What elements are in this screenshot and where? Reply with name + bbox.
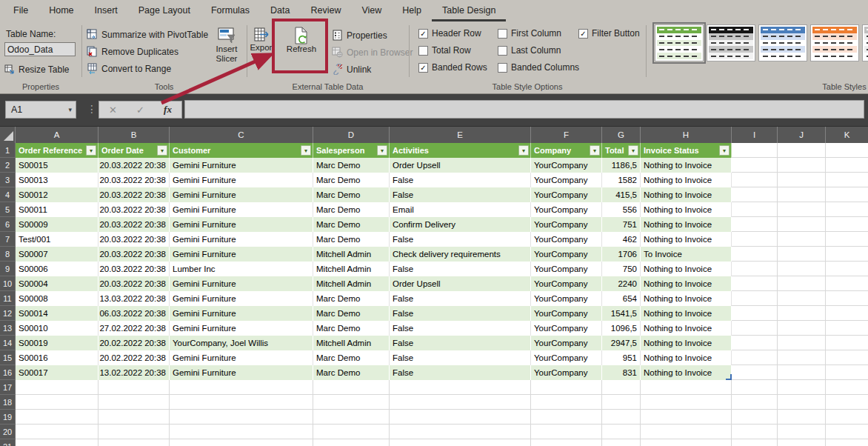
checkbox-filter-button[interactable]: Filter Button <box>578 28 640 39</box>
cell[interactable]: 1582 <box>602 173 641 187</box>
cell[interactable] <box>732 380 778 395</box>
filter-button[interactable]: ▾ <box>518 145 529 156</box>
cell[interactable]: 20.03.2022 20:38 <box>99 173 170 187</box>
cell[interactable] <box>732 336 778 350</box>
cell[interactable]: Nothing to Invoice <box>641 350 732 365</box>
column-header-E[interactable]: E <box>390 127 531 143</box>
cell[interactable]: Marc Demo <box>313 187 390 202</box>
cell[interactable] <box>641 380 732 395</box>
table-column-header[interactable]: Invoice Status▾ <box>641 143 732 158</box>
table-style-black-swatch[interactable] <box>707 24 755 61</box>
cell[interactable]: YourCompany, Joel Willis <box>170 336 313 350</box>
cell[interactable] <box>732 187 778 202</box>
cell[interactable] <box>826 410 868 425</box>
cell[interactable]: Marc Demo <box>313 291 390 306</box>
cell[interactable]: Mitchell Admin <box>313 247 390 262</box>
cell[interactable]: 951 <box>602 350 641 365</box>
column-header-J[interactable]: J <box>778 127 826 143</box>
table-resize-handle[interactable] <box>726 374 732 380</box>
filter-button[interactable]: ▾ <box>301 145 311 156</box>
cell[interactable] <box>732 217 778 232</box>
table-style-green-swatch[interactable] <box>655 24 704 61</box>
filter-button[interactable]: ▾ <box>719 145 730 156</box>
cell[interactable] <box>99 395 170 410</box>
cell[interactable]: False <box>390 306 531 321</box>
cell[interactable] <box>313 439 390 446</box>
cell[interactable] <box>778 365 826 380</box>
cell[interactable]: 20.03.2022 20:38 <box>99 262 170 276</box>
row-number[interactable]: 18 <box>0 395 16 410</box>
cell[interactable]: 20.03.2022 20:38 <box>99 217 170 232</box>
column-header-I[interactable]: I <box>732 127 778 143</box>
cell[interactable] <box>826 276 868 291</box>
cell[interactable] <box>641 425 732 439</box>
cell[interactable]: S00019 <box>16 336 99 350</box>
cell[interactable]: False <box>390 232 531 247</box>
cell[interactable]: Marc Demo <box>313 365 390 380</box>
cell[interactable]: YourCompany <box>531 276 602 291</box>
cell[interactable]: YourCompany <box>531 350 602 365</box>
cell[interactable] <box>99 425 170 439</box>
cell[interactable]: Confirm Delivery <box>390 217 531 232</box>
cell[interactable]: YourCompany <box>531 232 602 247</box>
cell[interactable] <box>390 439 531 446</box>
cell[interactable]: 20.03.2022 20:38 <box>99 276 170 291</box>
cell[interactable]: S00008 <box>16 291 99 306</box>
cell[interactable] <box>778 247 826 262</box>
cell[interactable]: False <box>390 365 531 380</box>
cell[interactable] <box>531 380 602 395</box>
cell[interactable] <box>826 187 868 202</box>
cell[interactable]: YourCompany <box>531 202 602 217</box>
cell[interactable] <box>390 380 531 395</box>
row-number[interactable]: 8 <box>0 247 16 262</box>
remove-duplicates-button[interactable]: Remove Duplicates <box>87 45 178 58</box>
cell[interactable] <box>778 321 826 336</box>
column-header-D[interactable]: D <box>313 127 390 143</box>
cell[interactable]: Nothing to Invoice <box>641 232 732 247</box>
cell[interactable] <box>778 202 826 217</box>
column-header-B[interactable]: B <box>99 127 170 143</box>
cell[interactable] <box>732 291 778 306</box>
row-number[interactable]: 4 <box>0 187 16 202</box>
enter-icon[interactable]: ✓ <box>136 104 144 116</box>
tab-page-layout[interactable]: Page Layout <box>128 0 201 21</box>
cell[interactable] <box>313 395 390 410</box>
table-column-header[interactable]: Total▾ <box>602 143 641 158</box>
cell[interactable] <box>313 425 390 439</box>
filter-button[interactable]: ▾ <box>628 145 638 156</box>
cell[interactable]: Test/001 <box>16 232 99 247</box>
cell[interactable] <box>778 291 826 306</box>
cell[interactable]: Nothing to Invoice <box>641 306 732 321</box>
cell[interactable] <box>826 173 868 187</box>
tab-help[interactable]: Help <box>392 0 432 21</box>
cell[interactable]: YourCompany <box>531 173 602 187</box>
cell[interactable] <box>778 336 826 350</box>
cell[interactable]: Mitchell Admin <box>313 262 390 276</box>
cell[interactable] <box>778 217 826 232</box>
checkbox-last-column[interactable]: Last Column <box>498 45 579 56</box>
row-number[interactable]: 5 <box>0 202 16 217</box>
cell[interactable] <box>732 173 778 187</box>
cell[interactable]: Check delivery requirements <box>390 247 531 262</box>
table-style-blue-swatch[interactable] <box>758 24 807 61</box>
row-number[interactable]: 20 <box>0 425 16 439</box>
cell[interactable]: Marc Demo <box>313 350 390 365</box>
cell[interactable]: Nothing to Invoice <box>641 173 732 187</box>
cell[interactable]: 2240 <box>602 276 641 291</box>
column-header-G[interactable]: G <box>602 127 641 143</box>
cell[interactable] <box>170 410 313 425</box>
cell[interactable] <box>16 380 99 395</box>
cell[interactable]: 06.03.2022 20:38 <box>99 306 170 321</box>
cell[interactable]: Gemini Furniture <box>170 247 313 262</box>
insert-slicer-button[interactable]: Insert Slicer <box>208 27 245 64</box>
cell[interactable] <box>826 232 868 247</box>
row-number[interactable]: 3 <box>0 173 16 187</box>
cell[interactable]: False <box>390 291 531 306</box>
cell[interactable] <box>826 217 868 232</box>
row-number[interactable]: 16 <box>0 365 16 380</box>
cell[interactable]: False <box>390 350 531 365</box>
cell[interactable]: Gemini Furniture <box>170 276 313 291</box>
cell[interactable]: Gemini Furniture <box>170 291 313 306</box>
tab-file[interactable]: File <box>3 0 39 21</box>
cell[interactable]: Gemini Furniture <box>170 187 313 202</box>
